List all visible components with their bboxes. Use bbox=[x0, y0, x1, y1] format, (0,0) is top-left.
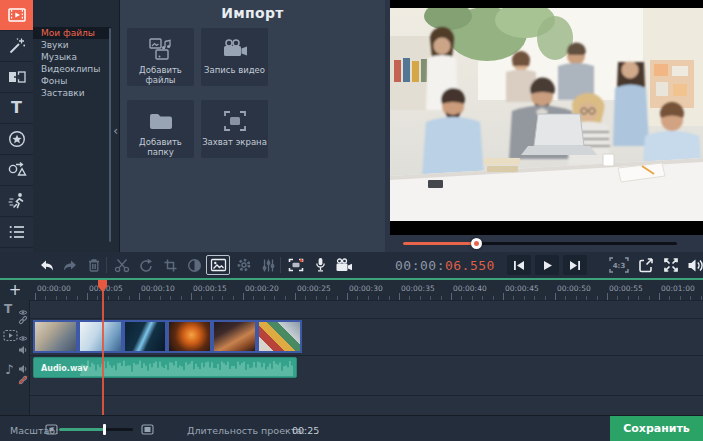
track-separator bbox=[0, 355, 703, 356]
undo-button[interactable] bbox=[36, 255, 56, 275]
sidebar-item-callouts[interactable] bbox=[0, 155, 33, 186]
play-button[interactable] bbox=[535, 255, 559, 275]
video-clip-2[interactable] bbox=[78, 320, 123, 353]
category-my-files[interactable]: Мои файлы bbox=[33, 27, 111, 39]
sidebar-item-transitions[interactable] bbox=[0, 62, 33, 93]
sidebar-item-animation[interactable] bbox=[0, 186, 33, 217]
record-video-button[interactable]: Запись видео bbox=[201, 28, 268, 86]
zoom-slider-handle[interactable] bbox=[103, 424, 106, 435]
svg-text:4:3: 4:3 bbox=[613, 262, 626, 270]
edit-toolbar bbox=[0, 252, 385, 278]
audio-clip[interactable]: Audio.wav bbox=[33, 357, 297, 378]
track-separator bbox=[0, 300, 703, 301]
add-files-label: Добавить файлы bbox=[127, 65, 194, 85]
crop-button[interactable] bbox=[160, 255, 180, 275]
color-adjust-button[interactable] bbox=[184, 255, 204, 275]
aspect-ratio-button[interactable]: 4:3 bbox=[607, 255, 631, 275]
sidebar-item-filters[interactable] bbox=[0, 31, 33, 62]
clip-properties-button[interactable] bbox=[206, 255, 230, 275]
next-frame-button[interactable] bbox=[563, 255, 587, 275]
screen-capture-button[interactable]: Захват экрана bbox=[201, 100, 268, 158]
video-track-clips bbox=[33, 320, 302, 353]
playhead-line[interactable] bbox=[102, 281, 104, 415]
record-audio-button[interactable] bbox=[310, 255, 330, 275]
seek-bar-handle[interactable] bbox=[471, 238, 482, 249]
previous-frame-button[interactable] bbox=[507, 255, 531, 275]
zoom-slider-fill bbox=[59, 428, 105, 431]
delete-button[interactable] bbox=[84, 255, 104, 275]
save-button[interactable]: Сохранить bbox=[610, 416, 703, 441]
ruler-label: 00:00:35 bbox=[401, 284, 435, 293]
ruler-label: 00:00:25 bbox=[297, 284, 331, 293]
volume-icon bbox=[687, 258, 703, 273]
image-icon bbox=[210, 258, 227, 272]
record-video-label: Запись видео bbox=[204, 65, 265, 75]
fullscreen-button[interactable] bbox=[661, 255, 681, 275]
redo-button[interactable] bbox=[60, 255, 80, 275]
ruler-label: 00:00:15 bbox=[193, 284, 227, 293]
export-frame-button[interactable] bbox=[635, 255, 655, 275]
add-folder-label: Добавить папку bbox=[127, 137, 194, 157]
track-separator bbox=[0, 395, 703, 396]
add-files-button[interactable]: Добавить файлы bbox=[127, 28, 194, 86]
zoom-in-button[interactable] bbox=[140, 422, 154, 436]
zoom-out-button[interactable] bbox=[44, 422, 58, 436]
unlink-icon[interactable] bbox=[18, 370, 28, 389]
video-clip-1[interactable] bbox=[33, 320, 78, 353]
category-backgrounds[interactable]: Фоны bbox=[33, 75, 111, 87]
ruler-ticks bbox=[35, 293, 703, 300]
record-screen-icon bbox=[287, 257, 305, 273]
category-scrollbar[interactable] bbox=[109, 28, 111, 242]
redo-icon bbox=[62, 258, 79, 273]
category-sounds[interactable]: Звуки bbox=[33, 39, 111, 51]
video-clip-4[interactable] bbox=[167, 320, 212, 353]
speaker-icon[interactable] bbox=[18, 340, 28, 359]
panel-collapse-arrow[interactable]: ‹ bbox=[113, 125, 118, 137]
screen-capture-icon bbox=[221, 107, 249, 135]
split-button[interactable] bbox=[112, 255, 132, 275]
video-clip-3[interactable] bbox=[123, 320, 168, 353]
timeline-zoom-slider[interactable] bbox=[59, 428, 133, 431]
audio-track-icon: ♪ bbox=[5, 362, 13, 377]
sidebar-item-more-tools[interactable] bbox=[0, 217, 33, 248]
project-duration-label: Длительность проекта: bbox=[187, 425, 305, 436]
zoom-out-icon bbox=[45, 424, 58, 435]
sliders-icon bbox=[261, 258, 276, 273]
timecode-display: 00:00:06.550 bbox=[395, 258, 495, 273]
fullscreen-icon bbox=[663, 257, 679, 273]
add-folder-button[interactable]: Добавить папку bbox=[127, 100, 194, 158]
sidebar-item-media-import[interactable] bbox=[0, 0, 33, 31]
sidebar-item-stickers[interactable] bbox=[0, 124, 33, 155]
video-clip-6[interactable] bbox=[257, 320, 302, 353]
contrast-icon bbox=[187, 258, 202, 273]
audio-levels-button[interactable] bbox=[258, 255, 278, 275]
settings-button[interactable] bbox=[234, 255, 254, 275]
media-categories-panel: Мои файлы Звуки Музыка Видеоклипы Фоны З… bbox=[33, 0, 120, 252]
record-video-icon bbox=[221, 35, 249, 63]
preview-seek-bar[interactable] bbox=[403, 242, 677, 245]
app-window: T Мои файлы Звуки Музыка bbox=[0, 0, 703, 441]
export-icon bbox=[637, 257, 654, 274]
ruler-label: 00:00:00 bbox=[37, 284, 71, 293]
volume-button[interactable] bbox=[685, 255, 703, 275]
link-icon[interactable] bbox=[18, 310, 28, 329]
category-intros[interactable]: Заставки bbox=[33, 87, 111, 99]
add-track-button[interactable]: + bbox=[0, 280, 30, 300]
next-frame-icon bbox=[569, 260, 581, 271]
record-video-toolbar-button[interactable] bbox=[334, 255, 354, 275]
play-icon bbox=[542, 260, 553, 271]
trash-icon bbox=[87, 258, 101, 273]
category-music[interactable]: Музыка bbox=[33, 51, 111, 63]
record-screen-button[interactable] bbox=[286, 255, 306, 275]
preview-frame-image bbox=[390, 8, 703, 221]
previous-frame-icon bbox=[513, 260, 525, 271]
sidebar-item-titles[interactable]: T bbox=[0, 93, 33, 124]
preview-panel bbox=[385, 0, 703, 252]
rotate-button[interactable] bbox=[136, 255, 156, 275]
ruler-label: 00:00:45 bbox=[505, 284, 539, 293]
video-clip-5[interactable] bbox=[212, 320, 257, 353]
video-preview bbox=[390, 0, 703, 235]
module-sidebar: T bbox=[0, 0, 33, 252]
microphone-icon bbox=[313, 257, 328, 273]
category-videoclips[interactable]: Видеоклипы bbox=[33, 63, 111, 75]
